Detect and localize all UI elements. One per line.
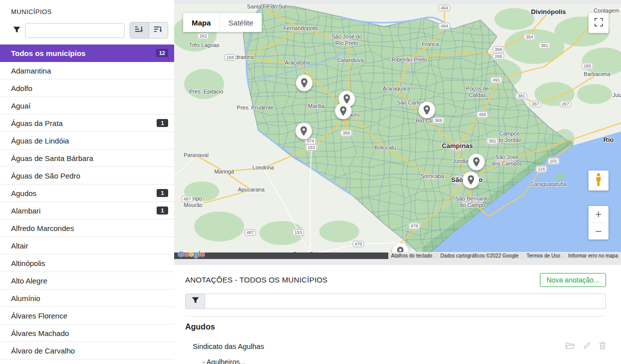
keyboard-shortcuts-button[interactable]: Atalhos do teclado xyxy=(391,253,432,258)
municipality-name: Alumínio xyxy=(11,294,40,302)
pencil-icon xyxy=(583,342,591,351)
map-base-art xyxy=(174,4,621,259)
annotation-subtitle: - Agulheiros... xyxy=(193,358,606,364)
municipality-item-guas-de-lind-ia[interactable]: Águas de Lindóia xyxy=(0,132,174,150)
municipality-item-alto-alegre[interactable]: Alto Alegre xyxy=(0,272,174,290)
municipality-name: Alambari xyxy=(11,206,41,215)
map-data-text: Dados cartográficos ©2022 Google xyxy=(440,253,518,258)
municipality-count-badge: 1 xyxy=(157,119,168,127)
funnel-icon xyxy=(192,296,199,306)
sidebar-header: MUNICÍPIOS xyxy=(0,0,174,44)
funnel-icon xyxy=(13,26,21,35)
zoom-out-button[interactable]: − xyxy=(588,223,608,240)
municipality-item-lvaro-de-carvalho[interactable]: Álvaro de Carvalho xyxy=(0,342,174,360)
municipality-name: Águas de Santa Bárbara xyxy=(11,154,93,162)
report-map-error-link[interactable]: Informar erro no mapa xyxy=(568,253,618,258)
expand-corners-icon xyxy=(594,18,603,28)
sort-bars-asc-icon xyxy=(135,26,143,34)
municipality-name: Agudos xyxy=(11,189,37,198)
trash-icon xyxy=(599,342,606,351)
annotation-actions xyxy=(565,342,606,351)
sort-bars-desc-icon xyxy=(154,26,162,34)
municipality-item-lvares-florence[interactable]: Álvares Florence xyxy=(0,307,174,324)
folder-open-icon xyxy=(565,342,575,351)
municipality-filter-input[interactable] xyxy=(25,23,125,38)
app-root: MUNICÍPIOS xyxy=(0,0,621,364)
municipality-item-adolfo[interactable]: Adolfo xyxy=(0,80,174,97)
map-marker[interactable] xyxy=(467,153,485,173)
street-view-person-icon xyxy=(595,173,602,188)
map-canvas[interactable]: Santa Fé do SulFernandópolisSão José do … xyxy=(174,4,621,259)
municipality-count-badge: 12 xyxy=(156,49,168,57)
municipality-item-guas-de-s-o-pedro[interactable]: Águas de São Pedro xyxy=(0,167,174,184)
municipality-name: Águas de Lindóia xyxy=(11,136,69,145)
municipality-filter-row xyxy=(11,22,168,38)
municipality-name: Águas de São Pedro xyxy=(11,172,80,180)
municipality-name: Adamantina xyxy=(11,66,51,75)
delete-annotation-button[interactable] xyxy=(599,342,606,351)
municipality-item-alambari[interactable]: Alambari1 xyxy=(0,202,174,220)
annotations-title: ANOTAÇÕES - TODOS OS MUNICÍPIOS xyxy=(185,276,328,284)
annotations-header: ANOTAÇÕES - TODOS OS MUNICÍPIOS Nova ano… xyxy=(185,272,606,288)
annotation-item: Sindicato das Agulhas- Agulheiros... xyxy=(185,342,606,364)
municipality-name: Adolfo xyxy=(11,84,33,92)
fullscreen-button[interactable] xyxy=(588,13,608,33)
map-view-button[interactable]: Mapa xyxy=(183,13,219,32)
municipality-item-guas-de-santa-b-rbara[interactable]: Águas de Santa Bárbara xyxy=(0,150,174,167)
street-view-pegman-button[interactable] xyxy=(588,170,608,190)
municipality-name: Alfredo Marcondes xyxy=(11,224,74,232)
annotation-group-title: Agudos xyxy=(185,322,606,332)
municipality-name: Altair xyxy=(11,242,28,250)
municipality-count-badge: 1 xyxy=(157,189,168,197)
edit-annotation-button[interactable] xyxy=(583,342,591,351)
municipality-name: Águas da Prata xyxy=(11,119,63,128)
map-type-control: Mapa Satélite xyxy=(183,13,262,32)
municipality-name: Aguaí xyxy=(11,102,31,110)
municipality-name: Alto Alegre xyxy=(11,276,48,285)
annotation-title: Sindicato das Agulhas xyxy=(193,342,264,350)
sidebar-title: MUNICÍPIOS xyxy=(11,8,168,16)
map-marker[interactable] xyxy=(418,101,436,121)
municipality-item-alum-nio[interactable]: Alumínio xyxy=(0,290,174,307)
sort-descending-button[interactable] xyxy=(149,22,168,38)
municipality-item-adamantina[interactable]: Adamantina xyxy=(0,62,174,80)
google-logo[interactable]: Google xyxy=(178,250,205,258)
annotations-filter-input[interactable] xyxy=(205,294,606,309)
municipality-name: Álvaro de Carvalho xyxy=(11,346,75,355)
municipality-item-guas-da-prata[interactable]: Águas da Prata1 xyxy=(0,114,174,132)
municipality-item-altin-polis[interactable]: Altinópolis xyxy=(0,254,174,272)
map-marker[interactable] xyxy=(295,122,313,142)
municipality-item-agudos[interactable]: Agudos1 xyxy=(0,184,174,202)
new-annotation-button[interactable]: Nova anotação... xyxy=(540,273,606,287)
map-marker[interactable] xyxy=(462,171,480,191)
open-annotation-button[interactable] xyxy=(565,342,575,351)
municipality-name: Altinópolis xyxy=(11,259,45,268)
zoom-in-button[interactable]: + xyxy=(588,206,608,222)
annotations-filter-button[interactable] xyxy=(185,294,205,309)
map-marker[interactable] xyxy=(334,102,352,122)
municipality-list: Todos os municípios12AdamantinaAdolfoAgu… xyxy=(0,44,174,360)
municipality-count-badge: 1 xyxy=(157,206,168,214)
municipality-item-lvares-machado[interactable]: Álvares Machado xyxy=(0,324,174,342)
municipality-filter-button[interactable] xyxy=(11,23,22,38)
annotation-section: AgudosSindicato das Agulhas- Agulheiros.… xyxy=(185,316,606,364)
annotations-panel: ANOTAÇÕES - TODOS OS MUNICÍPIOS Nova ano… xyxy=(174,265,621,364)
municipality-name: Todos os municípios xyxy=(11,49,86,58)
sort-ascending-button[interactable] xyxy=(130,22,149,38)
annotations-filter-row xyxy=(185,294,606,309)
sort-buttons-group xyxy=(130,22,168,38)
annotations-list: AgudosSindicato das Agulhas- Agulheiros.… xyxy=(185,316,606,364)
municipality-item-agua[interactable]: Aguaí xyxy=(0,97,174,114)
municipality-item-altair[interactable]: Altair xyxy=(0,237,174,254)
map-marker[interactable] xyxy=(295,74,313,94)
municipalities-sidebar: MUNICÍPIOS xyxy=(0,0,174,364)
municipality-item-todos-os-munic-pios[interactable]: Todos os municípios12 xyxy=(0,44,174,62)
municipality-name: Álvares Florence xyxy=(11,312,68,320)
zoom-control: + − xyxy=(588,206,608,240)
satellite-view-button[interactable]: Satélite xyxy=(219,13,262,32)
municipality-item-alfredo-marcondes[interactable]: Alfredo Marcondes xyxy=(0,220,174,237)
terms-of-use-link[interactable]: Termos de Uso xyxy=(526,253,560,258)
map-attribution-bar: Atalhos do tecladoDados cartográficos ©2… xyxy=(388,252,621,259)
municipality-name: Álvares Machado xyxy=(11,329,69,338)
